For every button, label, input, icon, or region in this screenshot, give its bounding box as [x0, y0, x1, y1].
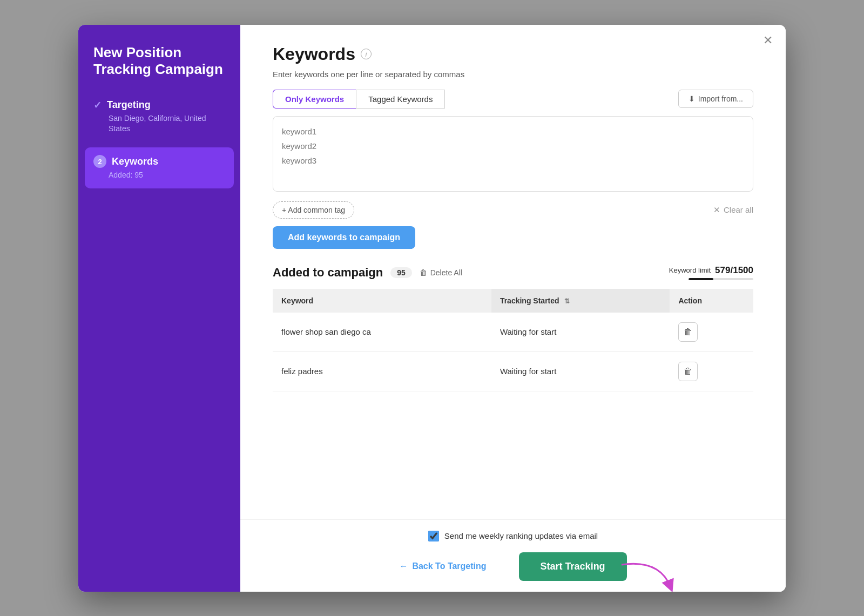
keyword-limit-info: Keyword limit 579/1500	[669, 265, 753, 280]
modal-footer: Send me weekly ranking updates via email…	[240, 519, 786, 592]
import-down-icon: ⬇	[688, 94, 695, 103]
column-action: Action	[670, 289, 753, 313]
main-content: ✕ Keywords i Enter keywords one per line…	[240, 25, 786, 592]
step-number: 2	[93, 155, 106, 168]
back-to-targeting-button[interactable]: ← Back To Targeting	[399, 561, 486, 571]
sidebar-keywords-label: Keywords	[112, 156, 158, 167]
sidebar-targeting-label: Targeting	[107, 99, 151, 111]
tracking-status-cell: Waiting for start	[491, 313, 670, 352]
tabs-row: Only Keywords Tagged Keywords ⬇ Import f…	[273, 90, 753, 109]
keywords-table: Keyword Tracking Started ⇅ Action flower	[273, 289, 753, 391]
table-header-row: Keyword Tracking Started ⇅ Action	[273, 289, 753, 313]
column-tracking-label: Tracking Started	[500, 296, 559, 305]
main-scroll-area: Keywords i Enter keywords one per line o…	[240, 25, 786, 519]
clear-all-button[interactable]: ✕ Clear all	[713, 205, 753, 215]
keyword-textarea[interactable]	[273, 116, 753, 192]
back-btn-label: Back To Targeting	[412, 561, 486, 571]
sidebar-targeting-sub: San Diego, California, United States	[93, 113, 225, 134]
tag-row: + Add common tag ✕ Clear all	[273, 201, 753, 219]
sidebar-item-keywords[interactable]: 2 Keywords Added: 95	[85, 147, 234, 188]
footer-actions: ← Back To Targeting Start Tracking	[273, 552, 753, 581]
table-row: flower shop san diego ca Waiting for sta…	[273, 313, 753, 352]
keyword-limit-bar	[688, 278, 753, 280]
tab-tagged-keywords[interactable]: Tagged Keywords	[356, 90, 445, 109]
start-tracking-wrapper: Start Tracking	[519, 552, 627, 581]
table-row: feliz padres Waiting for start 🗑	[273, 351, 753, 391]
add-keywords-button[interactable]: Add keywords to campaign	[273, 226, 415, 249]
add-common-tag-button[interactable]: + Add common tag	[273, 201, 354, 219]
delete-all-button[interactable]: 🗑 Delete All	[420, 268, 462, 277]
delete-row-button[interactable]: 🗑	[678, 322, 698, 342]
keyword-cell: flower shop san diego ca	[273, 313, 491, 352]
sidebar-item-targeting: ✓ Targeting San Diego, California, Unite…	[93, 99, 225, 134]
clear-all-label: Clear all	[724, 205, 753, 214]
email-label: Send me weekly ranking updates via email	[444, 531, 598, 540]
section-title-text: Keywords	[273, 44, 355, 64]
close-button[interactable]: ✕	[763, 35, 773, 46]
tab-only-keywords[interactable]: Only Keywords	[273, 90, 356, 109]
action-cell: 🗑	[670, 313, 753, 352]
keyword-cell: feliz padres	[273, 351, 491, 391]
keyword-limit-value: 579/1500	[715, 265, 753, 276]
email-checkbox[interactable]	[428, 531, 439, 541]
delete-row-button[interactable]: 🗑	[678, 362, 698, 381]
sort-icon: ⇅	[564, 297, 570, 305]
back-arrow-icon: ←	[399, 561, 408, 571]
column-action-label: Action	[678, 296, 702, 305]
modal: New Position Tracking Campaign ✓ Targeti…	[78, 25, 786, 592]
email-row: Send me weekly ranking updates via email	[273, 531, 753, 541]
keyword-limit-label: Keyword limit	[669, 266, 711, 274]
column-keyword: Keyword	[273, 289, 491, 313]
action-cell: 🗑	[670, 351, 753, 391]
sidebar-title: New Position Tracking Campaign	[93, 44, 225, 78]
sidebar-keywords-sub: Added: 95	[93, 170, 225, 181]
clear-x-icon: ✕	[713, 205, 720, 215]
keyword-limit-bar-fill	[688, 278, 713, 280]
import-btn-label: Import from...	[698, 94, 743, 103]
import-button[interactable]: ⬇ Import from...	[678, 90, 753, 108]
sidebar: New Position Tracking Campaign ✓ Targeti…	[78, 25, 240, 592]
column-tracking-started[interactable]: Tracking Started ⇅	[491, 289, 670, 313]
delete-all-label: Delete All	[430, 268, 462, 277]
campaign-header: Added to campaign 95 🗑 Delete All Keywor…	[273, 265, 753, 280]
campaign-title: Added to campaign	[273, 266, 383, 280]
keyword-count-badge: 95	[390, 267, 412, 278]
check-icon: ✓	[93, 99, 102, 111]
info-icon[interactable]: i	[361, 49, 372, 59]
tracking-status-cell: Waiting for start	[491, 351, 670, 391]
start-tracking-button[interactable]: Start Tracking	[519, 552, 627, 581]
keywords-table-body: flower shop san diego ca Waiting for sta…	[273, 313, 753, 391]
section-subtitle: Enter keywords one per line or separated…	[273, 70, 753, 79]
column-keyword-label: Keyword	[281, 296, 313, 305]
section-title: Keywords i	[273, 44, 753, 64]
trash-icon: 🗑	[420, 268, 427, 277]
